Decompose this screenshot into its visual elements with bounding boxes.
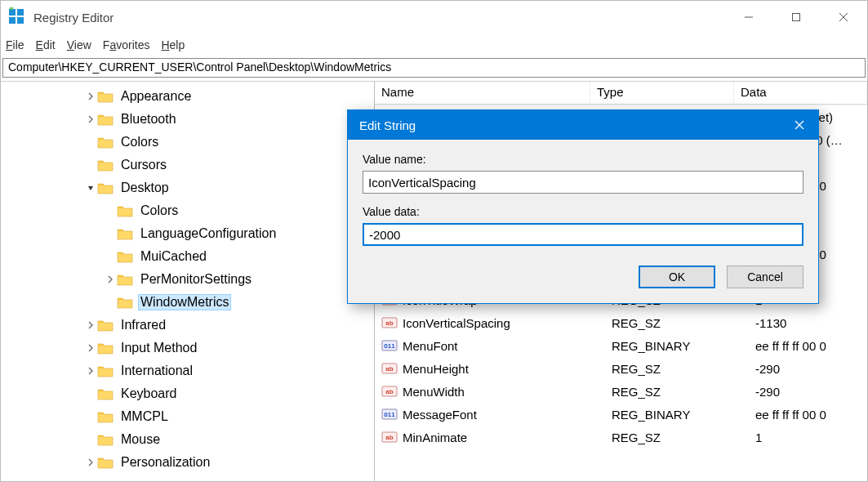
svg-text:011: 011 xyxy=(384,342,395,350)
svg-rect-0 xyxy=(9,9,16,16)
menu-view[interactable]: View xyxy=(67,38,91,51)
menu-edit[interactable]: Edit xyxy=(36,38,56,51)
tree-item-permonitorsettings[interactable]: PerMonitorSettings xyxy=(1,268,374,291)
tree-item-label: LanguageConfiguration xyxy=(138,226,278,241)
tree-item-windowmetrics[interactable]: WindowMetrics xyxy=(1,291,374,314)
value-name-input[interactable] xyxy=(363,171,803,194)
tree-item-personalization[interactable]: Personalization xyxy=(1,451,374,474)
list-row[interactable]: abMenuWidthREG_SZ-290 xyxy=(375,380,867,403)
value-icon: ab xyxy=(381,430,398,444)
tree-item-colors[interactable]: Colors xyxy=(1,131,374,154)
expand-chevron-icon[interactable] xyxy=(84,91,97,103)
cell-type: REG_SZ xyxy=(612,316,755,330)
tree-item-cursors[interactable]: Cursors xyxy=(1,154,374,176)
tree-item-desktop[interactable]: Desktop xyxy=(1,176,374,199)
tree-item-appearance[interactable]: Appearance xyxy=(1,85,374,108)
svg-rect-1 xyxy=(17,9,24,16)
tree-item-label: MMCPL xyxy=(118,409,171,424)
address-bar[interactable]: Computer\HKEY_CURRENT_USER\Control Panel… xyxy=(2,58,866,78)
tree-item-label: Mouse xyxy=(118,432,162,447)
tree-item-label: Colors xyxy=(138,203,180,218)
svg-text:ab: ab xyxy=(385,365,393,373)
menubar: File Edit View Favorites Help xyxy=(1,33,867,56)
tree-item-label: WindowMetrics xyxy=(138,294,231,310)
tree-item-infrared[interactable]: Infrared xyxy=(1,314,374,337)
column-header-name[interactable]: Name xyxy=(375,82,590,104)
list-row[interactable]: abMenuHeightREG_SZ-290 xyxy=(375,357,867,380)
menu-help[interactable]: Help xyxy=(161,38,185,51)
expand-chevron-icon[interactable] xyxy=(84,365,97,377)
menu-file[interactable]: File xyxy=(6,38,24,51)
tree-pane[interactable]: AppearanceBluetoothColorsCursorsDesktopC… xyxy=(1,82,375,481)
tree-item-label: Colors xyxy=(118,135,161,150)
list-row[interactable]: abIconVerticalSpacingREG_SZ-1130 xyxy=(375,311,867,334)
expand-chevron-icon[interactable] xyxy=(84,342,97,355)
cancel-button[interactable]: Cancel xyxy=(727,266,803,288)
cell-name: MenuFont xyxy=(403,339,612,353)
svg-rect-6 xyxy=(793,14,800,21)
svg-point-4 xyxy=(10,7,13,10)
menu-favorites[interactable]: Favorites xyxy=(103,38,150,51)
expand-chevron-icon[interactable] xyxy=(84,182,97,194)
list-row[interactable]: 011MessageFontREG_BINARYee ff ff ff 00 0 xyxy=(375,403,867,426)
svg-rect-2 xyxy=(9,17,16,24)
value-data-input[interactable] xyxy=(363,223,803,246)
tree-item-bluetooth[interactable]: Bluetooth xyxy=(1,108,374,131)
window-title: Registry Editor xyxy=(33,11,725,25)
tree-item-international[interactable]: International xyxy=(1,359,374,382)
tree-item-input-method[interactable]: Input Method xyxy=(1,337,374,359)
tree-item-label: Desktop xyxy=(118,181,171,195)
tree-item-label: Cursors xyxy=(118,158,169,172)
cell-name: IconVerticalSpacing xyxy=(403,316,612,330)
svg-text:ab: ab xyxy=(385,388,393,395)
tree-item-mouse[interactable]: Mouse xyxy=(1,428,374,451)
cell-name: MinAnimate xyxy=(403,431,612,444)
tree-item-label: Personalization xyxy=(118,455,212,470)
list-row[interactable]: 011MenuFontREG_BINARYee ff ff ff 00 0 xyxy=(375,334,867,357)
dialog-close-button[interactable] xyxy=(781,110,818,140)
tree-item-label: Infrared xyxy=(118,318,168,332)
cell-data: ee ff ff ff 00 0 xyxy=(755,408,867,422)
dialog-title: Edit String xyxy=(359,118,781,132)
tree-item-label: Bluetooth xyxy=(118,112,179,127)
cell-type: REG_BINARY xyxy=(612,408,755,422)
expand-chevron-icon[interactable] xyxy=(84,114,97,126)
tree-item-label: PerMonitorSettings xyxy=(138,272,254,287)
expand-chevron-icon[interactable] xyxy=(104,274,117,286)
tree-item-label: Input Method xyxy=(118,341,199,355)
cell-data: 1 xyxy=(755,431,867,444)
tree-item-label: International xyxy=(118,364,195,378)
list-row[interactable]: abMinAnimateREG_SZ1 xyxy=(375,426,867,449)
value-icon: 011 xyxy=(381,407,398,422)
cell-name: MenuWidth xyxy=(403,385,612,399)
tree-item-languageconfiguration[interactable]: LanguageConfiguration xyxy=(1,222,374,245)
titlebar: Registry Editor xyxy=(1,1,867,33)
tree-item-mmcpl[interactable]: MMCPL xyxy=(1,405,374,428)
close-button[interactable] xyxy=(820,1,867,33)
expand-chevron-icon[interactable] xyxy=(84,319,97,332)
tree-item-muicached[interactable]: MuiCached xyxy=(1,245,374,268)
list-header: Name Type Data xyxy=(375,82,867,105)
cell-data: -1130 xyxy=(755,316,867,330)
value-icon: 011 xyxy=(381,338,398,353)
regedit-icon xyxy=(7,7,27,27)
cell-name: MessageFont xyxy=(403,408,612,422)
maximize-button[interactable] xyxy=(772,1,820,33)
ok-button[interactable]: OK xyxy=(639,266,715,288)
value-data-label: Value data: xyxy=(363,205,803,218)
svg-text:ab: ab xyxy=(385,434,393,441)
cell-type: REG_SZ xyxy=(612,431,755,444)
edit-string-dialog: Edit String Value name: Value data: OK C… xyxy=(347,109,819,304)
value-icon: ab xyxy=(381,361,398,376)
column-header-type[interactable]: Type xyxy=(590,82,734,104)
tree-item-label: MuiCached xyxy=(138,249,209,264)
tree-item-label: Appearance xyxy=(118,89,194,104)
tree-item-keyboard[interactable]: Keyboard xyxy=(1,382,374,405)
expand-chevron-icon[interactable] xyxy=(84,457,97,469)
dialog-titlebar: Edit String xyxy=(348,110,818,140)
tree-item-label: Keyboard xyxy=(118,386,180,401)
tree-item-colors[interactable]: Colors xyxy=(1,199,374,222)
minimize-button[interactable] xyxy=(725,1,772,33)
column-header-data[interactable]: Data xyxy=(734,82,867,104)
svg-rect-3 xyxy=(17,17,24,24)
